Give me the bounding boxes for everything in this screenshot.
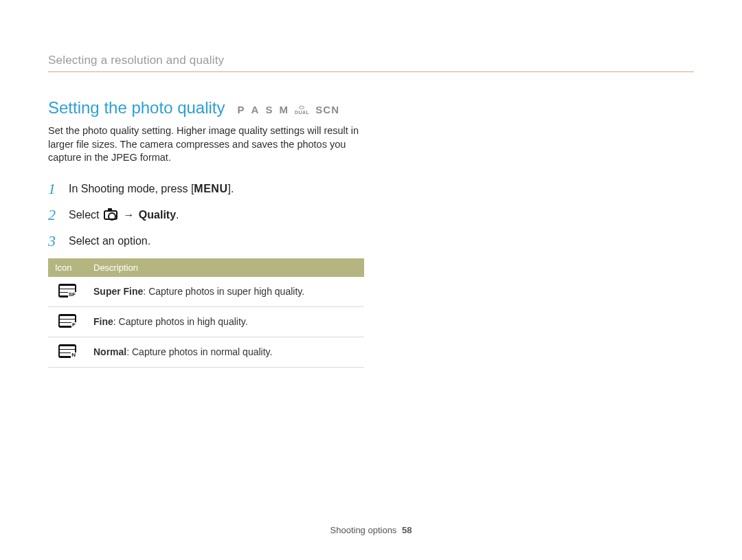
section-heading: Setting the photo quality [48, 98, 225, 117]
footer-section: Shooting options [330, 525, 397, 535]
step-number: 3 [48, 232, 60, 250]
quality-table: Icon Description SF Super Fine: Capture … [48, 258, 364, 368]
mode-dual-icon: ⬭ DUAL [295, 105, 309, 115]
quality-icon-cell: F [48, 306, 87, 337]
mode-p-icon: P [238, 104, 245, 115]
quality-description: Normal: Capture photos in normal quality… [87, 337, 364, 367]
arrow-icon: → [123, 209, 134, 221]
page-footer: Shooting options 58 [0, 525, 742, 535]
col-header-description: Description [87, 258, 364, 277]
step-number: 1 [48, 180, 60, 198]
table-header-row: Icon Description [48, 258, 364, 277]
table-row: F Fine: Capture photos in high quality. [48, 306, 364, 337]
camera-icon [104, 210, 117, 220]
step-text: Select an option. [69, 235, 150, 247]
mode-a-icon: A [251, 104, 260, 115]
quality-icon-cell: N [48, 337, 87, 367]
table-row: N Normal: Capture photos in normal quali… [48, 337, 364, 367]
mode-s-icon: S [265, 104, 273, 115]
page-content: Selecting a resolution and quality Setti… [0, 0, 742, 368]
quality-icon-cell: SF [48, 277, 87, 307]
menu-button-label: MENU [194, 183, 227, 194]
step-text: Select → Quality. [69, 209, 179, 221]
table-row: SF Super Fine: Capture photos in super h… [48, 277, 364, 307]
step-text: In Shooting mode, press [MENU]. [69, 183, 234, 195]
step-number: 2 [48, 206, 60, 224]
mode-scn-icon: SCN [315, 104, 339, 115]
normal-icon: N [58, 344, 76, 358]
col-header-icon: Icon [48, 258, 87, 277]
step-3: 3 Select an option. [48, 232, 364, 250]
fine-icon: F [58, 314, 76, 328]
steps-list: 1 In Shooting mode, press [MENU]. 2 Sele… [48, 180, 364, 250]
quality-description: Fine: Capture photos in high quality. [87, 306, 364, 337]
breadcrumb: Selecting a resolution and quality [48, 54, 694, 72]
mode-icons: P A S M ⬭ DUAL SCN [238, 104, 340, 115]
quality-description: Super Fine: Capture photos in super high… [87, 277, 364, 307]
step-2: 2 Select → Quality. [48, 206, 364, 224]
page-number: 58 [402, 525, 412, 535]
heading-row: Setting the photo quality P A S M ⬭ DUAL… [48, 98, 694, 117]
intro-paragraph: Set the photo quality setting. Higher im… [48, 124, 364, 165]
mode-m-icon: M [279, 104, 289, 115]
super-fine-icon: SF [58, 284, 76, 298]
step-1: 1 In Shooting mode, press [MENU]. [48, 180, 364, 198]
